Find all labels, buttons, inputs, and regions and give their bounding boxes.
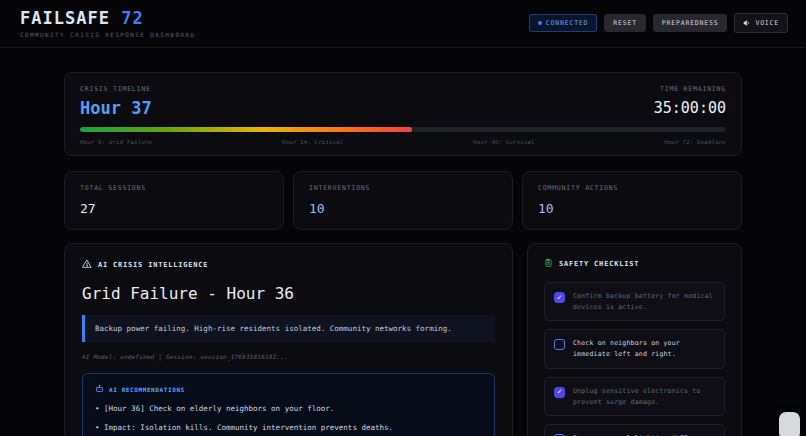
speaker-icon: [743, 19, 751, 27]
checklist-item-text: Confirm backup battery for medical devic…: [573, 291, 715, 312]
checklist-header: SAFETY CHECKLIST: [544, 258, 725, 270]
safety-checklist-card: SAFETY CHECKLIST Confirm backup battery …: [527, 243, 742, 436]
intelligence-header-label: AI CRISIS INTELLIGENCE: [98, 261, 208, 269]
checkbox[interactable]: [554, 292, 565, 303]
milestone-hour-0: Hour 0: Grid Failure: [80, 139, 152, 145]
robot-icon: [95, 384, 104, 394]
connection-status-label: CONNECTED: [546, 20, 588, 27]
checklist-item[interactable]: Unplug sensitive electronics to prevent …: [544, 377, 725, 416]
time-remaining-label: TIME REMAINING: [654, 85, 726, 93]
checklist-item[interactable]: Prepare manual lighting (LED lanterns/fl…: [544, 424, 725, 436]
ai-recommendations-box: AI RECOMMENDATIONS [Hour 36] Check on el…: [82, 373, 495, 436]
stat-label: TOTAL SESSIONS: [80, 184, 268, 192]
milestone-hour-24: Hour 24: Critical: [282, 139, 343, 145]
reset-button[interactable]: RESET: [604, 14, 646, 33]
stats-row: TOTAL SESSIONS 27 INTERVENTIONS 10 COMMU…: [64, 171, 742, 230]
timeline-progress-track: [80, 127, 726, 132]
crisis-timeline-card: CRISIS TIMELINE Hour 37 TIME REMAINING 3…: [64, 72, 742, 156]
intelligence-header: AI CRISIS INTELLIGENCE: [82, 259, 495, 271]
crisis-situation-quote: Backup power failing. High-rise resident…: [82, 315, 495, 342]
recommendations-header: AI RECOMMENDATIONS: [95, 384, 482, 394]
milestone-hour-48: Hour 48: Survival: [473, 139, 534, 145]
timeline-hour-block: CRISIS TIMELINE Hour 37: [80, 85, 152, 118]
app-title: FAILSAFE 72: [20, 8, 195, 28]
connection-status-badge[interactable]: CONNECTED: [529, 14, 597, 33]
header-actions: CONNECTED RESET PREPAREDNESS VOICE: [529, 13, 788, 33]
checkbox[interactable]: [554, 387, 565, 398]
time-remaining-block: TIME REMAINING 35:00:00: [654, 85, 726, 118]
recommendation-item: [Hour 36] Check on elderly neighbors on …: [95, 403, 482, 414]
voice-button[interactable]: VOICE: [734, 13, 788, 33]
app-title-main: FAILSAFE: [20, 8, 110, 28]
stat-label: COMMUNITY ACTIONS: [538, 184, 726, 192]
checklist-header-label: SAFETY CHECKLIST: [559, 260, 639, 268]
current-hour-value: Hour 37: [80, 98, 152, 118]
milestone-hour-72: Hour 72: Deadline: [665, 139, 726, 145]
stat-card-interventions: INTERVENTIONS 10: [293, 171, 513, 230]
recommendation-item: Impact: Isolation kills. Community inter…: [95, 422, 482, 433]
checkbox[interactable]: [554, 339, 565, 350]
app-subtitle: COMMUNITY CRISIS RESPONSE DASHBOARD: [20, 31, 195, 38]
session-meta-text: AI Model: undefined | Session: session_1…: [82, 353, 495, 360]
timeline-top-row: CRISIS TIMELINE Hour 37 TIME REMAINING 3…: [80, 85, 726, 118]
timeline-milestones: Hour 0: Grid Failure Hour 24: Critical H…: [80, 139, 726, 145]
stat-card-total-sessions: TOTAL SESSIONS 27: [64, 171, 284, 230]
app-header: FAILSAFE 72 COMMUNITY CRISIS RESPONSE DA…: [0, 0, 806, 48]
ai-crisis-intelligence-card: AI CRISIS INTELLIGENCE Grid Failure - Ho…: [64, 243, 513, 436]
stat-value: 10: [309, 201, 497, 216]
timeline-label: CRISIS TIMELINE: [80, 85, 152, 93]
time-remaining-value: 35:00:00: [654, 99, 726, 117]
timeline-progress-fill: [80, 127, 412, 132]
clipboard-icon: [544, 258, 553, 270]
checklist-item-text: Check on neighbors on your immediate lef…: [573, 338, 715, 359]
stat-card-community-actions: COMMUNITY ACTIONS 10: [522, 171, 742, 230]
recommendations-header-label: AI RECOMMENDATIONS: [109, 386, 185, 393]
stat-label: INTERVENTIONS: [309, 184, 497, 192]
checklist-item[interactable]: Check on neighbors on your immediate lef…: [544, 329, 725, 368]
bottom-grid: AI CRISIS INTELLIGENCE Grid Failure - Ho…: [64, 243, 742, 436]
stat-value: 27: [80, 201, 268, 216]
preparedness-button[interactable]: PREPAREDNESS: [653, 14, 728, 33]
status-dot-icon: [538, 21, 542, 25]
app-title-accent: 72: [121, 8, 143, 28]
voice-button-label: VOICE: [755, 20, 779, 27]
dashboard-main: CRISIS TIMELINE Hour 37 TIME REMAINING 3…: [0, 48, 806, 436]
floating-widget-button[interactable]: [779, 412, 800, 436]
warning-triangle-icon: [82, 259, 92, 271]
crisis-event-title: Grid Failure - Hour 36: [82, 284, 495, 303]
checklist-item[interactable]: Confirm backup battery for medical devic…: [544, 282, 725, 321]
app-branding: FAILSAFE 72 COMMUNITY CRISIS RESPONSE DA…: [20, 8, 195, 38]
stat-value: 10: [538, 201, 726, 216]
checklist-item-text: Unplug sensitive electronics to prevent …: [573, 386, 715, 407]
